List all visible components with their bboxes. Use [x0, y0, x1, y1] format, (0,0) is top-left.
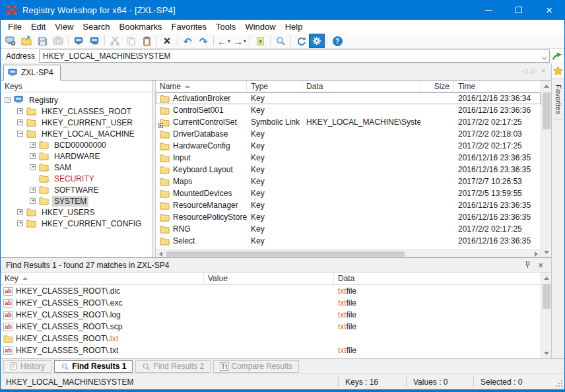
vertical-scrollbar[interactable] — [541, 81, 551, 257]
menu-item[interactable]: File — [3, 20, 26, 33]
registry-key-row[interactable]: ▸ HardwareConfig Key 2017/2/2 02:17:25 — [156, 140, 541, 152]
horizontal-scrollbar-thumb[interactable] — [166, 251, 405, 257]
maximize-button[interactable] — [504, 0, 534, 20]
column-header-time[interactable]: Time — [454, 81, 541, 92]
registry-key-row[interactable]: ▸ ResourceManager Key 2016/12/16 23:36:3… — [156, 199, 541, 211]
menu-item[interactable]: Bookmarks — [115, 20, 167, 33]
registry-key-row[interactable]: ▸ Select Key 2016/12/16 23:36:35 — [156, 235, 541, 247]
column-header-type[interactable]: Type — [247, 81, 302, 92]
minimize-button[interactable] — [473, 0, 504, 20]
remote-computer-button[interactable] — [86, 34, 102, 48]
expand-toggle-icon[interactable] — [17, 131, 23, 137]
tree-item[interactable]: BCD00000000 — [1, 139, 152, 150]
address-dropdown-icon[interactable] — [542, 54, 547, 59]
menu-item[interactable]: Edit — [26, 20, 50, 33]
bottom-tab[interactable]: Tt Find Results 2 — [135, 360, 211, 373]
expand-toggle-icon[interactable] — [30, 164, 36, 170]
copy-button[interactable] — [123, 34, 139, 48]
resize-grip[interactable] — [553, 374, 564, 389]
horizontal-scrollbar[interactable] — [156, 249, 541, 257]
tree-item[interactable]: SAM — [1, 162, 152, 173]
find-result-row[interactable]: ab HKEY_CLASSES_ROOT\.exc txtfile — [1, 297, 541, 309]
refresh-button[interactable] — [293, 34, 309, 48]
bottom-tab[interactable]: Tt Find Results 1 — [54, 360, 133, 373]
find-result-row[interactable]: ab HKEY_CLASSES_ROOT\.dic txtfile — [1, 285, 541, 297]
go-button[interactable] — [550, 49, 564, 63]
registry-key-row[interactable]: ▸ CurrentControlSet Symbolic Link HKEY_L… — [156, 116, 541, 128]
vertical-scrollbar-thumb[interactable] — [543, 284, 550, 309]
expand-toggle-icon[interactable] — [17, 220, 23, 226]
delete-button[interactable]: × — [159, 34, 175, 48]
menu-item[interactable]: Search — [78, 20, 114, 33]
scroll-right-icon[interactable] — [531, 250, 541, 258]
close-button[interactable]: × — [534, 0, 564, 20]
tree-item[interactable]: HKEY_CURRENT_USER — [1, 117, 152, 128]
expand-toggle-icon[interactable] — [30, 198, 36, 204]
snapshot-button[interactable] — [50, 34, 66, 48]
tree-item[interactable]: HARDWARE — [1, 150, 152, 162]
menu-item[interactable]: Window — [240, 20, 280, 33]
expand-toggle-icon[interactable] — [17, 209, 23, 215]
expand-toggle-icon[interactable] — [30, 187, 36, 193]
registry-key-row[interactable]: ▸ RNG Key 2017/2/2 02:17:25 — [156, 223, 541, 235]
local-computer-button[interactable] — [71, 34, 86, 48]
scroll-up-icon[interactable] — [541, 81, 552, 91]
cut-button[interactable] — [107, 34, 123, 48]
registry-key-row[interactable]: ▸ ControlSet001 Key 2016/12/16 23:36:36 — [156, 104, 541, 116]
close-tab-icon[interactable]: × — [541, 66, 546, 76]
registry-key-row[interactable]: ▸ ResourcePolicyStore Key 2016/12/16 23:… — [156, 211, 541, 223]
expand-toggle-icon[interactable] — [5, 97, 11, 103]
help-button[interactable]: ? — [329, 34, 345, 48]
bottom-tab[interactable]: Tt Compare Results — [213, 360, 299, 373]
back-button[interactable]: ←▾ — [216, 34, 232, 48]
tree-item[interactable]: SOFTWARE — [1, 184, 152, 195]
save-button[interactable] — [34, 34, 50, 48]
column-header-size[interactable]: Size — [420, 81, 454, 92]
parent-key-button[interactable] — [252, 34, 268, 48]
bottom-tab[interactable]: Tt History — [3, 360, 51, 373]
tree-item[interactable]: HKEY_CURRENT_CONFIG — [1, 218, 152, 229]
scroll-tabs-left-icon[interactable]: ◁ — [521, 67, 527, 75]
tree-item[interactable]: SECURITY — [1, 173, 152, 184]
scroll-down-icon[interactable] — [541, 247, 552, 257]
expand-toggle-icon[interactable] — [17, 119, 23, 125]
find-result-row[interactable]: ab HKEY_CLASSES_ROOT\.log txtfile — [1, 309, 541, 321]
column-header-value[interactable]: Value — [204, 273, 334, 284]
redo-button[interactable]: ↷ — [195, 34, 211, 48]
open-file-button[interactable] — [18, 34, 34, 48]
tab-zxl-sp4[interactable]: ZXL-SP4 — [3, 65, 61, 81]
menu-item[interactable]: View — [50, 20, 78, 33]
tree-item[interactable]: Registry — [1, 94, 152, 106]
column-header-key[interactable]: Key — [1, 273, 204, 284]
find-result-row[interactable]: ab HKEY_CLASSES_ROOT\.scp txtfile — [1, 321, 541, 333]
paste-button[interactable] — [139, 34, 154, 48]
scroll-left-icon[interactable] — [156, 250, 165, 258]
back-dropdown-icon[interactable]: ▾ — [228, 38, 230, 44]
options-button[interactable] — [309, 34, 325, 48]
column-header-name[interactable]: Name — [156, 81, 247, 92]
connect-button[interactable] — [3, 34, 18, 48]
menu-item[interactable]: Help — [281, 20, 308, 33]
scroll-tabs-right-icon[interactable]: ▷ — [531, 67, 537, 75]
find-result-row[interactable]: ab HKEY_CLASSES_ROOT\.txt — [1, 333, 541, 344]
expand-toggle-icon[interactable] — [30, 142, 36, 148]
menu-item[interactable]: Favorites — [167, 20, 211, 33]
registry-key-row[interactable]: ▸ DriverDatabase Key 2017/2/2 02:18:03 — [156, 128, 541, 140]
expand-toggle-icon[interactable] — [30, 153, 36, 159]
scroll-up-icon[interactable] — [541, 273, 552, 283]
keys-panel-header[interactable]: Keys — [1, 81, 152, 92]
forward-button[interactable]: →▾ — [232, 34, 248, 48]
expand-toggle-icon[interactable] — [17, 108, 23, 114]
favorites-button[interactable] — [552, 63, 565, 79]
vertical-scrollbar-thumb[interactable] — [543, 92, 550, 129]
registry-key-row[interactable]: ▸ Maps Key 2017/2/7 10:26:53 — [156, 176, 541, 187]
menu-item[interactable]: Tools — [211, 20, 240, 33]
forward-dropdown-icon[interactable]: ▾ — [244, 38, 246, 44]
tree-item[interactable]: HKEY_LOCAL_MACHINE — [1, 128, 152, 139]
close-panel-button[interactable]: × — [534, 259, 547, 271]
column-header-data[interactable]: Data — [302, 81, 420, 92]
column-header-data[interactable]: Data — [334, 273, 541, 284]
registry-key-row[interactable]: ▸ Keyboard Layout Key 2016/12/16 23:36:3… — [156, 164, 541, 176]
registry-key-row[interactable]: ▸ Input Key 2016/12/16 23:36:35 — [156, 152, 541, 164]
pin-panel-button[interactable] — [521, 259, 534, 271]
